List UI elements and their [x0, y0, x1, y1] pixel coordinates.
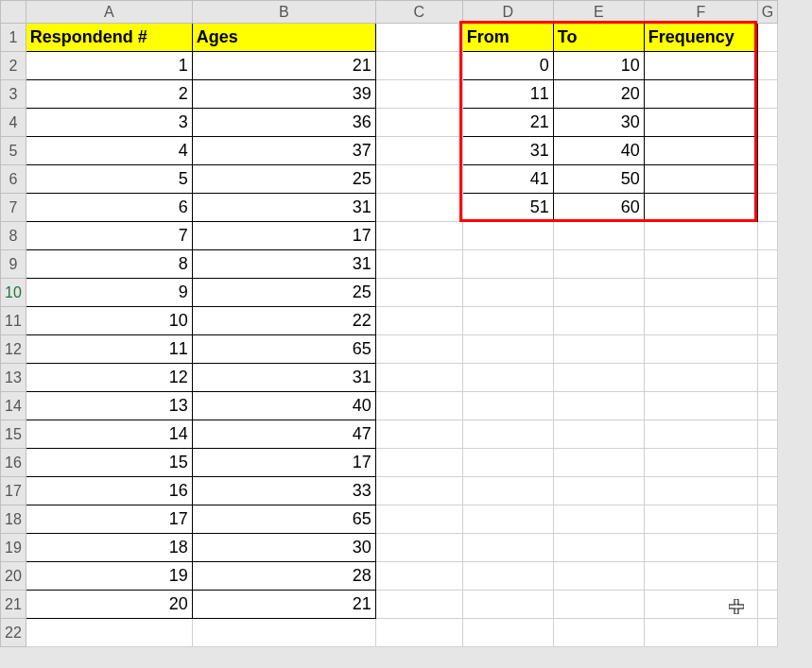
cell[interactable]: [757, 335, 777, 364]
cell[interactable]: [644, 562, 757, 591]
cell[interactable]: 13: [26, 392, 192, 420]
cell[interactable]: 40: [192, 392, 375, 420]
row-header[interactable]: 11: [1, 307, 26, 335]
cell[interactable]: [553, 222, 644, 250]
cell[interactable]: [757, 420, 777, 449]
cell[interactable]: [553, 279, 644, 307]
cell[interactable]: [375, 80, 462, 109]
col-header-D[interactable]: D: [462, 1, 553, 24]
cell[interactable]: [553, 335, 644, 364]
cell[interactable]: [644, 194, 757, 222]
row-header[interactable]: 6: [1, 165, 26, 194]
row-header[interactable]: 1: [1, 24, 26, 52]
cell[interactable]: 65: [192, 335, 375, 364]
cell[interactable]: [375, 420, 462, 449]
row-header[interactable]: 7: [1, 194, 26, 222]
cell[interactable]: [644, 591, 757, 619]
cell[interactable]: [553, 392, 644, 420]
cell[interactable]: [553, 505, 644, 534]
cell[interactable]: [757, 250, 777, 279]
cell[interactable]: 5: [26, 165, 192, 194]
col-header-G[interactable]: G: [757, 1, 777, 24]
cell[interactable]: 8: [26, 250, 192, 279]
cell[interactable]: 10: [26, 307, 192, 335]
cell[interactable]: [553, 619, 644, 647]
cell[interactable]: [462, 250, 553, 279]
cell[interactable]: 19: [26, 562, 192, 591]
cell[interactable]: [375, 534, 462, 562]
cell[interactable]: 60: [553, 194, 644, 222]
cell[interactable]: [553, 534, 644, 562]
cell[interactable]: [462, 449, 553, 477]
cell[interactable]: [644, 165, 757, 194]
cell[interactable]: [375, 335, 462, 364]
cell[interactable]: 4: [26, 137, 192, 165]
row-header[interactable]: 3: [1, 80, 26, 109]
row-header[interactable]: 21: [1, 591, 26, 619]
cell[interactable]: [375, 505, 462, 534]
cell[interactable]: 1: [26, 52, 192, 80]
cell[interactable]: 10: [553, 52, 644, 80]
cell[interactable]: 41: [462, 165, 553, 194]
cell[interactable]: [553, 562, 644, 591]
cell[interactable]: 30: [553, 109, 644, 137]
cell[interactable]: [757, 137, 777, 165]
col-header-F[interactable]: F: [644, 1, 757, 24]
cell[interactable]: [644, 80, 757, 109]
cell[interactable]: [375, 165, 462, 194]
cell[interactable]: 11: [462, 80, 553, 109]
cell[interactable]: [553, 364, 644, 392]
cell[interactable]: [757, 619, 777, 647]
cell[interactable]: [644, 619, 757, 647]
cell[interactable]: [375, 364, 462, 392]
cell[interactable]: [375, 562, 462, 591]
cell[interactable]: 9: [26, 279, 192, 307]
cell[interactable]: [757, 505, 777, 534]
cell[interactable]: 30: [192, 534, 375, 562]
cell[interactable]: [462, 335, 553, 364]
cell[interactable]: [757, 449, 777, 477]
cell[interactable]: 31: [192, 194, 375, 222]
spreadsheet-grid[interactable]: A B C D E F G 1 Respondend # Ages From T…: [0, 0, 778, 647]
cell[interactable]: 2: [26, 80, 192, 109]
cell[interactable]: 36: [192, 109, 375, 137]
cell[interactable]: [375, 222, 462, 250]
cell[interactable]: 21: [192, 591, 375, 619]
cell[interactable]: [375, 24, 462, 52]
cell[interactable]: [644, 420, 757, 449]
cell[interactable]: 25: [192, 165, 375, 194]
cell[interactable]: 31: [192, 364, 375, 392]
cell[interactable]: 17: [192, 449, 375, 477]
row-header[interactable]: 10: [1, 279, 26, 307]
cell[interactable]: [462, 619, 553, 647]
cell[interactable]: [553, 449, 644, 477]
cell[interactable]: [757, 80, 777, 109]
col-header-B[interactable]: B: [192, 1, 375, 24]
row-header[interactable]: 16: [1, 449, 26, 477]
cell[interactable]: [553, 307, 644, 335]
cell[interactable]: [644, 392, 757, 420]
col-header-C[interactable]: C: [375, 1, 462, 24]
cell[interactable]: [375, 477, 462, 505]
cell[interactable]: 17: [192, 222, 375, 250]
cell[interactable]: [375, 449, 462, 477]
cell[interactable]: [644, 449, 757, 477]
cell[interactable]: [462, 222, 553, 250]
cell[interactable]: 21: [462, 109, 553, 137]
cell[interactable]: [757, 52, 777, 80]
cell[interactable]: [375, 194, 462, 222]
cell[interactable]: [644, 222, 757, 250]
cell[interactable]: 18: [26, 534, 192, 562]
cell[interactable]: [644, 250, 757, 279]
cell[interactable]: 20: [26, 591, 192, 619]
cell[interactable]: [375, 109, 462, 137]
cell[interactable]: [462, 392, 553, 420]
cell[interactable]: [375, 392, 462, 420]
cell[interactable]: [644, 52, 757, 80]
cell[interactable]: [192, 619, 375, 647]
cell[interactable]: [375, 619, 462, 647]
row-header[interactable]: 2: [1, 52, 26, 80]
cell[interactable]: 7: [26, 222, 192, 250]
row-header[interactable]: 19: [1, 534, 26, 562]
row-header[interactable]: 13: [1, 364, 26, 392]
